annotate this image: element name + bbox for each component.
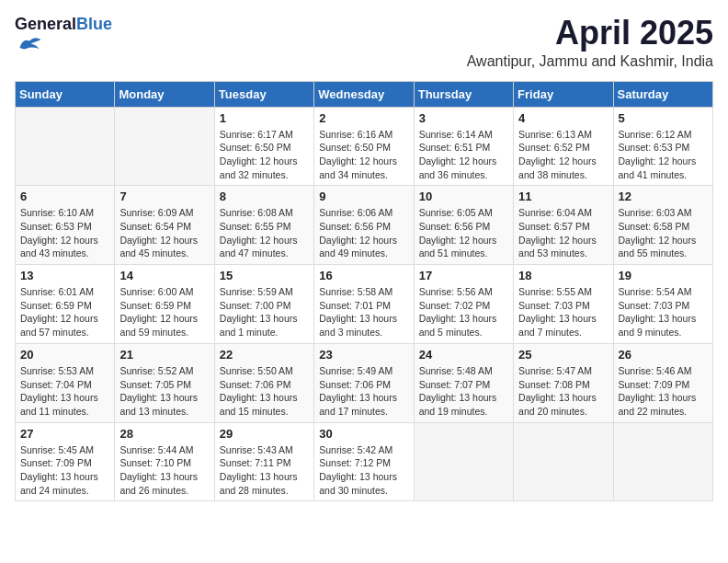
calendar-cell bbox=[613, 422, 712, 501]
day-info: Sunrise: 5:49 AM Sunset: 7:06 PM Dayligh… bbox=[319, 364, 408, 419]
calendar-week-3: 13Sunrise: 6:01 AM Sunset: 6:59 PM Dayli… bbox=[16, 265, 713, 344]
day-info: Sunrise: 6:10 AM Sunset: 6:53 PM Dayligh… bbox=[20, 206, 109, 260]
day-number: 28 bbox=[119, 427, 209, 441]
logo: GeneralBlue bbox=[15, 15, 112, 58]
day-info: Sunrise: 5:46 AM Sunset: 7:09 PM Dayligh… bbox=[619, 364, 708, 419]
day-info: Sunrise: 5:47 AM Sunset: 7:08 PM Dayligh… bbox=[518, 364, 608, 419]
day-info: Sunrise: 5:55 AM Sunset: 7:03 PM Dayligh… bbox=[518, 285, 608, 339]
calendar-cell: 25Sunrise: 5:47 AM Sunset: 7:08 PM Dayli… bbox=[514, 343, 613, 422]
day-number: 18 bbox=[518, 269, 608, 282]
calendar-cell: 24Sunrise: 5:48 AM Sunset: 7:07 PM Dayli… bbox=[414, 343, 513, 422]
calendar-cell: 22Sunrise: 5:50 AM Sunset: 7:06 PM Dayli… bbox=[214, 343, 313, 422]
calendar-cell: 5Sunrise: 6:12 AM Sunset: 6:53 PM Daylig… bbox=[613, 107, 712, 186]
calendar-cell: 9Sunrise: 6:06 AM Sunset: 6:56 PM Daylig… bbox=[314, 186, 414, 265]
calendar-cell: 14Sunrise: 6:00 AM Sunset: 6:59 PM Dayli… bbox=[115, 265, 214, 344]
weekday-header-saturday: Saturday bbox=[613, 81, 712, 107]
calendar-week-4: 20Sunrise: 5:53 AM Sunset: 7:04 PM Dayli… bbox=[16, 343, 713, 422]
calendar-cell: 8Sunrise: 6:08 AM Sunset: 6:55 PM Daylig… bbox=[214, 186, 313, 265]
day-number: 24 bbox=[419, 348, 508, 362]
day-number: 17 bbox=[419, 269, 508, 282]
calendar-week-1: 1Sunrise: 6:17 AM Sunset: 6:50 PM Daylig… bbox=[16, 107, 713, 186]
day-info: Sunrise: 6:17 AM Sunset: 6:50 PM Dayligh… bbox=[220, 128, 309, 182]
calendar-cell bbox=[514, 422, 613, 501]
calendar-cell: 13Sunrise: 6:01 AM Sunset: 6:59 PM Dayli… bbox=[16, 265, 115, 344]
day-number: 14 bbox=[119, 269, 209, 282]
calendar-cell: 28Sunrise: 5:44 AM Sunset: 7:10 PM Dayli… bbox=[115, 422, 214, 501]
day-number: 7 bbox=[119, 190, 209, 203]
calendar-cell bbox=[414, 422, 513, 501]
day-info: Sunrise: 5:50 AM Sunset: 7:06 PM Dayligh… bbox=[220, 364, 309, 419]
calendar-cell: 15Sunrise: 5:59 AM Sunset: 7:00 PM Dayli… bbox=[214, 265, 313, 344]
header: GeneralBlue April 2025 Awantipur, Jammu … bbox=[15, 15, 713, 70]
day-number: 21 bbox=[119, 348, 209, 362]
day-number: 30 bbox=[319, 427, 408, 441]
weekday-header-sunday: Sunday bbox=[16, 81, 115, 107]
day-info: Sunrise: 5:45 AM Sunset: 7:09 PM Dayligh… bbox=[20, 443, 109, 498]
calendar-week-5: 27Sunrise: 5:45 AM Sunset: 7:09 PM Dayli… bbox=[16, 422, 713, 501]
day-info: Sunrise: 6:01 AM Sunset: 6:59 PM Dayligh… bbox=[20, 285, 109, 339]
calendar-cell: 6Sunrise: 6:10 AM Sunset: 6:53 PM Daylig… bbox=[16, 186, 115, 265]
day-info: Sunrise: 5:54 AM Sunset: 7:03 PM Dayligh… bbox=[619, 285, 708, 339]
day-info: Sunrise: 5:44 AM Sunset: 7:10 PM Dayligh… bbox=[119, 443, 209, 498]
calendar-cell: 27Sunrise: 5:45 AM Sunset: 7:09 PM Dayli… bbox=[16, 422, 115, 501]
day-number: 27 bbox=[20, 427, 109, 441]
calendar-cell: 29Sunrise: 5:43 AM Sunset: 7:11 PM Dayli… bbox=[214, 422, 313, 501]
day-info: Sunrise: 6:13 AM Sunset: 6:52 PM Dayligh… bbox=[518, 128, 608, 182]
calendar-cell: 18Sunrise: 5:55 AM Sunset: 7:03 PM Dayli… bbox=[514, 265, 613, 344]
day-number: 29 bbox=[220, 427, 309, 441]
day-info: Sunrise: 5:56 AM Sunset: 7:02 PM Dayligh… bbox=[419, 285, 508, 339]
day-info: Sunrise: 6:09 AM Sunset: 6:54 PM Dayligh… bbox=[119, 206, 209, 260]
day-info: Sunrise: 5:59 AM Sunset: 7:00 PM Dayligh… bbox=[220, 285, 309, 339]
day-info: Sunrise: 6:16 AM Sunset: 6:50 PM Dayligh… bbox=[319, 128, 408, 182]
day-number: 15 bbox=[220, 269, 309, 282]
day-info: Sunrise: 6:04 AM Sunset: 6:57 PM Dayligh… bbox=[518, 206, 608, 260]
calendar-cell: 17Sunrise: 5:56 AM Sunset: 7:02 PM Dayli… bbox=[414, 265, 513, 344]
calendar-body: 1Sunrise: 6:17 AM Sunset: 6:50 PM Daylig… bbox=[16, 107, 713, 501]
weekday-header-monday: Monday bbox=[115, 81, 214, 107]
calendar-cell: 23Sunrise: 5:49 AM Sunset: 7:06 PM Dayli… bbox=[314, 343, 414, 422]
day-info: Sunrise: 5:48 AM Sunset: 7:07 PM Dayligh… bbox=[419, 364, 508, 419]
calendar-cell: 20Sunrise: 5:53 AM Sunset: 7:04 PM Dayli… bbox=[16, 343, 115, 422]
day-number: 6 bbox=[20, 190, 109, 203]
day-info: Sunrise: 5:58 AM Sunset: 7:01 PM Dayligh… bbox=[319, 285, 408, 339]
calendar-cell: 21Sunrise: 5:52 AM Sunset: 7:05 PM Dayli… bbox=[115, 343, 214, 422]
day-number: 22 bbox=[220, 348, 309, 362]
location-title: Awantipur, Jammu and Kashmir, India bbox=[467, 53, 713, 70]
day-info: Sunrise: 6:00 AM Sunset: 6:59 PM Dayligh… bbox=[119, 285, 209, 339]
day-number: 8 bbox=[220, 190, 309, 203]
day-number: 1 bbox=[220, 111, 309, 125]
day-number: 23 bbox=[319, 348, 408, 362]
day-number: 11 bbox=[518, 190, 608, 203]
day-number: 3 bbox=[419, 111, 508, 125]
calendar-cell: 4Sunrise: 6:13 AM Sunset: 6:52 PM Daylig… bbox=[514, 107, 613, 186]
logo-bird-icon bbox=[17, 34, 42, 54]
calendar-cell bbox=[115, 107, 214, 186]
day-number: 19 bbox=[619, 269, 708, 282]
title-area: April 2025 Awantipur, Jammu and Kashmir,… bbox=[467, 15, 713, 70]
calendar-cell: 19Sunrise: 5:54 AM Sunset: 7:03 PM Dayli… bbox=[613, 265, 712, 344]
day-info: Sunrise: 5:42 AM Sunset: 7:12 PM Dayligh… bbox=[319, 443, 408, 498]
day-info: Sunrise: 5:43 AM Sunset: 7:11 PM Dayligh… bbox=[220, 443, 309, 498]
day-info: Sunrise: 5:52 AM Sunset: 7:05 PM Dayligh… bbox=[119, 364, 209, 419]
day-number: 4 bbox=[518, 111, 608, 125]
calendar-cell bbox=[16, 107, 115, 186]
day-number: 20 bbox=[20, 348, 109, 362]
weekday-header-tuesday: Tuesday bbox=[214, 81, 313, 107]
calendar-cell: 11Sunrise: 6:04 AM Sunset: 6:57 PM Dayli… bbox=[514, 186, 613, 265]
calendar-cell: 3Sunrise: 6:14 AM Sunset: 6:51 PM Daylig… bbox=[414, 107, 513, 186]
calendar-cell: 16Sunrise: 5:58 AM Sunset: 7:01 PM Dayli… bbox=[314, 265, 414, 344]
weekday-header-row: SundayMondayTuesdayWednesdayThursdayFrid… bbox=[16, 81, 713, 107]
calendar-cell: 26Sunrise: 5:46 AM Sunset: 7:09 PM Dayli… bbox=[613, 343, 712, 422]
logo-general: General bbox=[15, 15, 76, 33]
calendar-cell: 2Sunrise: 6:16 AM Sunset: 6:50 PM Daylig… bbox=[314, 107, 414, 186]
logo-blue: Blue bbox=[76, 15, 112, 33]
day-info: Sunrise: 6:06 AM Sunset: 6:56 PM Dayligh… bbox=[319, 206, 408, 260]
day-number: 5 bbox=[619, 111, 708, 125]
day-info: Sunrise: 6:03 AM Sunset: 6:58 PM Dayligh… bbox=[619, 206, 708, 260]
day-number: 25 bbox=[518, 348, 608, 362]
day-number: 16 bbox=[319, 269, 408, 282]
weekday-header-friday: Friday bbox=[514, 81, 613, 107]
day-number: 9 bbox=[319, 190, 408, 203]
weekday-header-thursday: Thursday bbox=[414, 81, 513, 107]
weekday-header-wednesday: Wednesday bbox=[314, 81, 414, 107]
